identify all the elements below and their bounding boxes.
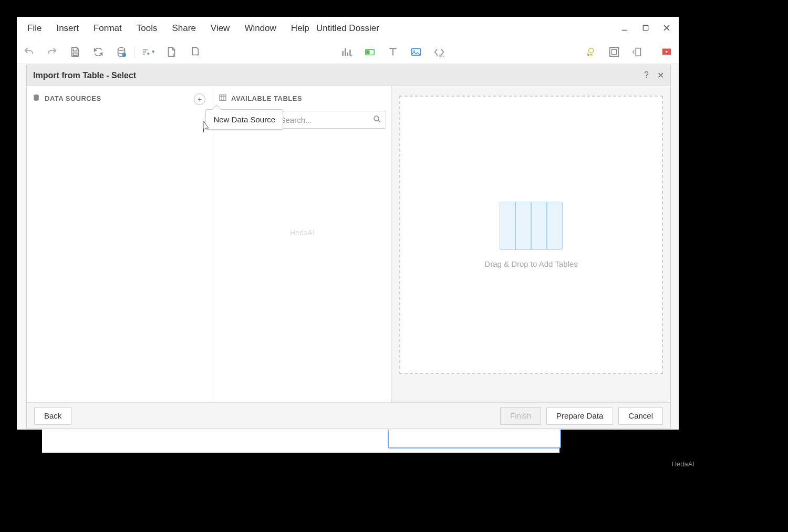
menu-view[interactable]: View (203, 23, 237, 34)
svg-text:+: + (172, 53, 175, 58)
insights-button[interactable] (584, 45, 598, 59)
window-title: Untitled Dossier (316, 23, 379, 34)
available-tables-pane: AVAILABLE TABLES HedaAI (213, 86, 392, 402)
text-button[interactable] (386, 45, 400, 59)
dialog-footer: Back Finish Prepare Data Cancel (27, 402, 670, 429)
svg-rect-13 (610, 47, 619, 56)
menu-window[interactable]: Window (237, 23, 283, 34)
data-sources-header: DATA SOURCES (32, 93, 208, 103)
chart-button[interactable]: + (340, 45, 354, 59)
menu-file[interactable]: File (20, 23, 49, 34)
available-tables-header: AVAILABLE TABLES (219, 93, 386, 103)
prepare-data-button[interactable]: Prepare Data (546, 407, 613, 425)
maximize-button[interactable] (638, 20, 654, 36)
finish-button: Finish (500, 407, 541, 425)
back-button[interactable]: Back (34, 407, 71, 425)
import-dialog: Import from Table - Select ? ✕ DATA SOUR… (26, 65, 671, 429)
close-dialog-button[interactable]: ✕ (657, 70, 664, 80)
undo-button[interactable] (22, 45, 36, 59)
dialog-body: DATA SOURCES + New Data Source AVAILABLE… (27, 86, 670, 402)
window-controls (617, 20, 675, 36)
table-illustration-icon (500, 202, 563, 250)
drop-zone[interactable]: Drag & Drop to Add Tables (399, 96, 663, 374)
data-button[interactable] (115, 45, 128, 59)
menu-tools[interactable]: Tools (129, 23, 165, 34)
background-selected-box (388, 429, 561, 448)
svg-point-20 (374, 116, 379, 121)
svg-text:HTML: HTML (436, 54, 444, 57)
add-data-source-button[interactable]: + (194, 93, 205, 105)
table-icon (219, 93, 227, 103)
close-window-button[interactable] (659, 20, 675, 36)
data-sources-pane: DATA SOURCES + New Data Source (27, 86, 213, 402)
footer-watermark: HedaAI (672, 460, 694, 468)
svg-text:+: + (196, 53, 199, 58)
menu-insert[interactable]: Insert (49, 23, 86, 34)
minimize-button[interactable] (617, 20, 633, 36)
dialog-header: Import from Table - Select ? ✕ (27, 65, 670, 86)
watermark: HedaAI (219, 228, 386, 237)
save-button[interactable] (68, 45, 82, 59)
panel-button[interactable] (630, 45, 644, 59)
dialog-title: Import from Table - Select (33, 71, 136, 80)
plus-icon: + (198, 95, 202, 103)
svg-text:+: + (350, 54, 352, 58)
svg-point-12 (588, 48, 593, 53)
drop-zone-text: Drag & Drop to Add Tables (484, 259, 577, 268)
toolbar-separator (134, 46, 135, 58)
redo-button[interactable] (45, 45, 59, 59)
svg-rect-18 (203, 129, 204, 132)
cancel-button[interactable]: Cancel (618, 407, 663, 425)
duplicate-page-button[interactable]: + (188, 45, 201, 59)
menu-format[interactable]: Format (86, 23, 129, 34)
layout-button[interactable] (607, 45, 621, 59)
image-button[interactable] (409, 45, 423, 59)
menu-share[interactable]: Share (164, 23, 203, 34)
available-tables-label: AVAILABLE TABLES (231, 95, 302, 102)
menu-bar: File Insert Format Tools Share View Wind… (17, 17, 679, 40)
svg-rect-14 (611, 49, 616, 54)
svg-rect-0 (643, 25, 648, 30)
kpi-button[interactable] (363, 45, 377, 59)
svg-point-1 (118, 47, 125, 50)
svg-point-3 (147, 53, 149, 55)
svg-rect-19 (220, 95, 226, 101)
add-page-button[interactable]: + (164, 45, 178, 59)
svg-point-2 (122, 53, 126, 56)
help-button[interactable]: ? (644, 70, 649, 80)
svg-rect-15 (636, 48, 640, 56)
html-button[interactable]: HTML (432, 45, 446, 59)
refresh-button[interactable] (91, 45, 105, 59)
drop-zone-pane: Drag & Drop to Add Tables (392, 86, 670, 402)
data-sources-label: DATA SOURCES (45, 95, 101, 102)
search-icon (372, 114, 382, 126)
svg-rect-8 (366, 50, 369, 54)
new-data-source-tooltip: New Data Source (205, 109, 283, 130)
present-button[interactable] (660, 45, 673, 59)
toolbar: ▾ + + + HTML (17, 40, 679, 64)
filter-dropdown-button[interactable]: ▾ (141, 45, 155, 59)
database-icon (32, 93, 40, 103)
menu-help[interactable]: Help (284, 23, 317, 34)
